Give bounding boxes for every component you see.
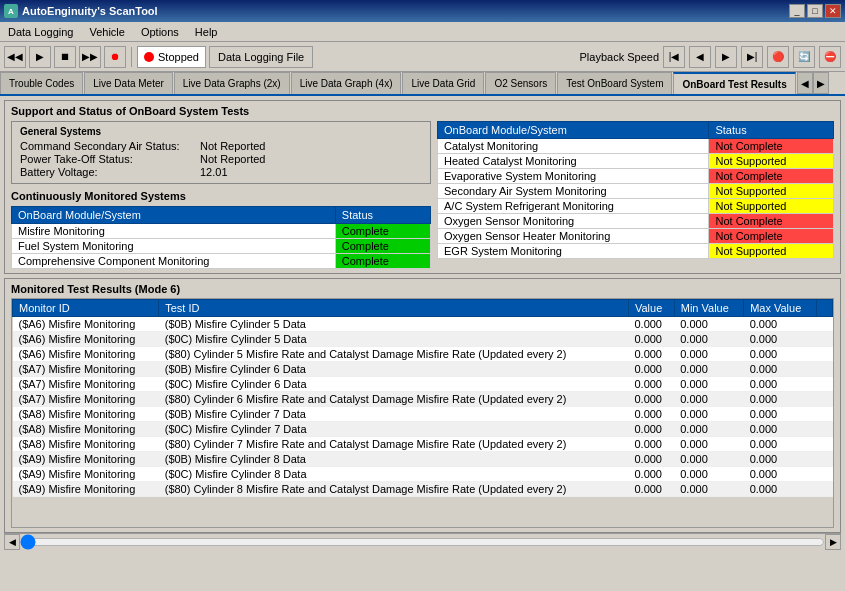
cm-row-module: Comprehensive Component Monitoring — [12, 254, 336, 269]
tab-trouble-codes[interactable]: Trouble Codes — [0, 72, 83, 94]
gs-value-0: Not Reported — [200, 140, 265, 152]
table-row: ($A7) Misfire Monitoring($0C) Misfire Cy… — [13, 377, 833, 392]
tab-live-data-graphs-2x[interactable]: Live Data Graphs (2x) — [174, 72, 290, 94]
menu-help[interactable]: Help — [191, 26, 222, 38]
toolbar: ◀◀ ▶ ⏹ ▶▶ ⏺ Stopped Data Logging File Pl… — [0, 42, 845, 72]
mtr-table: Monitor ID Test ID Value Min Value Max V… — [12, 299, 833, 497]
gs-row-0: Command Secondary Air Status: Not Report… — [20, 140, 422, 152]
mtr-cell-2: 0.000 — [628, 317, 674, 332]
playback-btn-3[interactable]: ▶ — [715, 46, 737, 68]
mtr-cell-3: 0.000 — [674, 482, 743, 497]
playback-btn-5[interactable]: 🔴 — [767, 46, 789, 68]
mtr-table-wrap[interactable]: Monitor ID Test ID Value Min Value Max V… — [11, 298, 834, 528]
mtr-scroll-cell — [817, 452, 833, 467]
om-col-module: OnBoard Module/System — [438, 122, 709, 139]
mtr-cell-1: ($0B) Misfire Cylinder 7 Data — [159, 407, 629, 422]
mtr-cell-4: 0.000 — [744, 377, 817, 392]
rewind-button[interactable]: ◀◀ — [4, 46, 26, 68]
menu-vehicle[interactable]: Vehicle — [85, 26, 128, 38]
tab-live-data-graph-4x[interactable]: Live Data Graph (4x) — [291, 72, 402, 94]
table-row: ($A6) Misfire Monitoring($0C) Misfire Cy… — [13, 332, 833, 347]
playback-btn-2[interactable]: ◀ — [689, 46, 711, 68]
tab-nav-left[interactable]: ◀ — [797, 72, 813, 94]
left-column: General Systems Command Secondary Air St… — [11, 121, 431, 269]
play-button[interactable]: ▶ — [29, 46, 51, 68]
mtr-cell-2: 0.000 — [628, 437, 674, 452]
tab-nav-right[interactable]: ▶ — [813, 72, 829, 94]
window-controls: _ □ ✕ — [789, 4, 841, 18]
mtr-cell-4: 0.000 — [744, 317, 817, 332]
general-systems-title: General Systems — [20, 126, 422, 137]
stopped-label: Stopped — [158, 51, 199, 63]
support-title: Support and Status of OnBoard System Tes… — [11, 105, 834, 117]
tab-onboard-test-results[interactable]: OnBoard Test Results — [673, 72, 795, 94]
mtr-col-value: Value — [628, 300, 674, 317]
forward-button[interactable]: ▶▶ — [79, 46, 101, 68]
mtr-cell-4: 0.000 — [744, 332, 817, 347]
mtr-cell-0: ($A9) Misfire Monitoring — [13, 452, 159, 467]
mtr-scroll-cell — [817, 392, 833, 407]
om-row-module: Heated Catalyst Monitoring — [438, 154, 709, 169]
playback-area: Playback Speed |◀ ◀ ▶ ▶| 🔴 🔄 ⛔ — [580, 46, 842, 68]
mtr-scroll-cell — [817, 422, 833, 437]
mtr-cell-4: 0.000 — [744, 452, 817, 467]
cm-col-status: Status — [335, 207, 430, 224]
stopped-indicator: Stopped — [137, 46, 206, 68]
om-row-status: Not Supported — [709, 184, 834, 199]
table-row: ($A8) Misfire Monitoring($80) Cylinder 7… — [13, 437, 833, 452]
cm-row-module: Fuel System Monitoring — [12, 239, 336, 254]
menu-data-logging[interactable]: Data Logging — [4, 26, 77, 38]
minimize-button[interactable]: _ — [789, 4, 805, 18]
mtr-cell-0: ($A8) Misfire Monitoring — [13, 437, 159, 452]
mtr-title: Monitored Test Results (Mode 6) — [11, 283, 834, 295]
playback-btn-4[interactable]: ▶| — [741, 46, 763, 68]
mtr-scroll-cell — [817, 407, 833, 422]
cm-row-status: Complete — [335, 224, 430, 239]
mtr-cell-0: ($A9) Misfire Monitoring — [13, 467, 159, 482]
cm-title: Continuously Monitored Systems — [11, 190, 431, 202]
gs-value-1: Not Reported — [200, 153, 265, 165]
playback-btn-7[interactable]: ⛔ — [819, 46, 841, 68]
mtr-cell-3: 0.000 — [674, 332, 743, 347]
record-button[interactable]: ⏺ — [104, 46, 126, 68]
mtr-cell-3: 0.000 — [674, 437, 743, 452]
scroll-left-button[interactable]: ◀ — [4, 534, 20, 550]
tab-live-data-meter[interactable]: Live Data Meter — [84, 72, 173, 94]
mtr-cell-0: ($A9) Misfire Monitoring — [13, 482, 159, 497]
continuously-monitored-section: Continuously Monitored Systems OnBoard M… — [11, 190, 431, 269]
tab-live-data-grid[interactable]: Live Data Grid — [402, 72, 484, 94]
mtr-cell-3: 0.000 — [674, 407, 743, 422]
table-row: ($A6) Misfire Monitoring($80) Cylinder 5… — [13, 347, 833, 362]
gs-row-1: Power Take-Off Status: Not Reported — [20, 153, 422, 165]
mtr-cell-0: ($A7) Misfire Monitoring — [13, 377, 159, 392]
horizontal-scrollbar[interactable] — [20, 536, 825, 548]
mtr-cell-4: 0.000 — [744, 437, 817, 452]
om-row-module: Evaporative System Monitoring — [438, 169, 709, 184]
tab-test-onboard-system[interactable]: Test OnBoard System — [557, 72, 672, 94]
title-bar: A AutoEnginuity's ScanTool _ □ ✕ — [0, 0, 845, 22]
maximize-button[interactable]: □ — [807, 4, 823, 18]
table-row: ($A7) Misfire Monitoring($0B) Misfire Cy… — [13, 362, 833, 377]
scroll-right-button[interactable]: ▶ — [825, 534, 841, 550]
mtr-cell-4: 0.000 — [744, 347, 817, 362]
mtr-scroll-cell — [817, 317, 833, 332]
om-row-status: Not Supported — [709, 244, 834, 259]
menu-options[interactable]: Options — [137, 26, 183, 38]
close-button[interactable]: ✕ — [825, 4, 841, 18]
table-row: ($A9) Misfire Monitoring($0C) Misfire Cy… — [13, 467, 833, 482]
table-row: ($A8) Misfire Monitoring($0C) Misfire Cy… — [13, 422, 833, 437]
playback-btn-1[interactable]: |◀ — [663, 46, 685, 68]
general-systems-box: General Systems Command Secondary Air St… — [11, 121, 431, 184]
playback-btn-6[interactable]: 🔄 — [793, 46, 815, 68]
mtr-col-scroll — [817, 300, 833, 317]
tab-o2-sensors[interactable]: O2 Sensors — [485, 72, 556, 94]
om-row-module: Catalyst Monitoring — [438, 139, 709, 154]
monitored-test-results-section: Monitored Test Results (Mode 6) Monitor … — [4, 278, 841, 533]
om-row-module: A/C System Refrigerant Monitoring — [438, 199, 709, 214]
mtr-col-monitor: Monitor ID — [13, 300, 159, 317]
stop-button[interactable]: ⏹ — [54, 46, 76, 68]
mtr-scroll-cell — [817, 467, 833, 482]
mtr-cell-1: ($80) Cylinder 6 Misfire Rate and Cataly… — [159, 392, 629, 407]
data-logging-file-button[interactable]: Data Logging File — [209, 46, 313, 68]
mtr-cell-1: ($80) Cylinder 5 Misfire Rate and Cataly… — [159, 347, 629, 362]
